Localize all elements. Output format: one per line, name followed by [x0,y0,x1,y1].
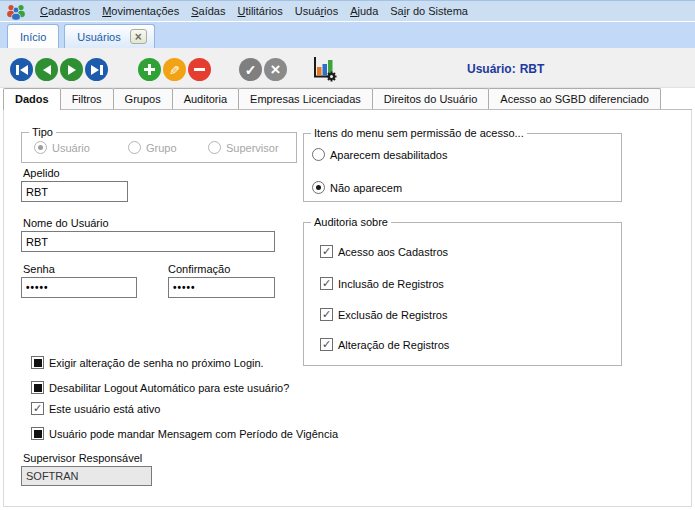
menu-permissao-group: Itens do menu sem permissão de acesso...… [303,133,622,202]
checkbox-icon [31,381,44,394]
checkbox-acesso-cadastros[interactable]: Acesso aos Cadastros [320,245,448,258]
checkbox-icon [31,356,44,369]
tipo-legend: Tipo [29,126,56,138]
radio-icon [312,181,325,194]
checkbox-icon [320,338,333,351]
menu-ajuda[interactable]: Ajuda [344,2,384,20]
confirmacao-label: Confirmação [168,263,230,275]
menu-cadastros[interactable]: Cadastros [34,2,96,20]
auditoria-legend: Auditoria sobre [311,216,391,228]
checkbox-mensagem-vigencia[interactable]: Usuário pode mandar Mensagem com Período… [31,427,338,440]
tab-dados[interactable]: Dados [3,88,61,110]
tab-usuarios[interactable]: Usuários × [64,24,154,48]
users-group-icon [6,3,26,20]
bar-chart-gear-icon [310,55,338,82]
previous-record-button[interactable] [35,58,58,81]
radio-tipo-grupo[interactable]: Grupo [128,141,177,154]
delete-record-button[interactable] [188,58,211,81]
checkbox-usuario-ativo[interactable]: Este usuário está ativo [31,402,160,415]
window-tab-strip: Início Usuários × [0,22,695,48]
current-user-label: Usuário:RBT [467,62,548,76]
tab-auditoria[interactable]: Auditoria [172,88,239,109]
close-tab-icon[interactable]: × [130,29,147,44]
first-record-button[interactable] [10,58,33,81]
checkbox-exclusao-registros[interactable]: Exclusão de Registros [320,308,447,321]
plus-icon [144,64,155,75]
radio-tipo-supervisor[interactable]: Supervisor [208,141,279,154]
tab-empresas-licenciadas[interactable]: Empresas Licenciadas [238,88,373,109]
radio-icon [34,141,47,154]
checkbox-icon [320,245,333,258]
apelido-input[interactable] [21,181,128,202]
last-record-icon [91,65,99,75]
current-user-value: RBT [520,62,545,76]
pencil-icon [169,61,180,79]
radio-icon [128,141,141,154]
senha-label: Senha [23,263,55,275]
checkbox-icon [320,277,333,290]
chart-settings-button[interactable] [310,55,338,82]
senha-input[interactable] [21,277,137,298]
menu-utilitarios[interactable]: Utilitários [231,2,288,20]
confirm-button[interactable] [239,58,262,81]
menu-saidas[interactable]: Saídas [185,2,231,20]
app-window: Cadastros Movimentações Saídas Utilitári… [0,0,695,510]
next-record-icon [68,65,76,75]
tab-acesso-sgbd[interactable]: Acesso ao SGBD diferenciado [488,88,661,109]
previous-record-icon [43,65,51,75]
tab-grupos[interactable]: Grupos [113,88,173,109]
nome-usuario-label: Nome do Usuário [23,217,109,229]
radio-icon [312,148,325,161]
menu-bar: Cadastros Movimentações Saídas Utilitári… [0,0,695,22]
minus-icon [194,68,205,71]
page-tab-strip: Dados Filtros Grupos Auditoria Empresas … [3,88,692,110]
first-record-icon [16,65,19,75]
cancel-button[interactable] [264,58,287,81]
radio-aparecem-desabilitados[interactable]: Aparecem desabilitados [312,148,447,161]
tipo-group: Tipo Usuário Grupo Supervisor [21,132,297,163]
add-record-button[interactable] [138,58,161,81]
checkbox-exigir-alteracao-senha[interactable]: Exigir alteração de senha no próximo Log… [31,356,264,369]
checkbox-icon [31,402,44,415]
check-icon [245,61,257,79]
x-icon [271,61,281,79]
menu-sair-do-sistema[interactable]: Sair do Sistema [384,2,474,20]
menu-permissao-legend: Itens do menu sem permissão de acesso... [311,127,527,139]
auditoria-group: Auditoria sobre Acesso aos Cadastros Inc… [303,222,622,366]
menu-usuarios[interactable]: Usuários [289,2,344,20]
checkbox-icon [320,308,333,321]
tab-inicio[interactable]: Início [7,24,59,48]
apelido-label: Apelido [23,167,60,179]
tab-filtros[interactable]: Filtros [60,88,114,109]
radio-icon [208,141,221,154]
checkbox-desabilitar-logout[interactable]: Desabilitar Logout Automático para este … [31,381,289,394]
checkbox-inclusao-registros[interactable]: Inclusão de Registros [320,277,444,290]
last-record-button[interactable] [85,58,108,81]
edit-record-button[interactable] [163,58,186,81]
toolbar: Usuário:RBT [0,48,695,88]
checkbox-icon [31,427,44,440]
next-record-button[interactable] [60,58,83,81]
menu-movimentacoes[interactable]: Movimentações [96,2,185,20]
radio-tipo-usuario[interactable]: Usuário [34,141,90,154]
tab-direitos-do-usuario[interactable]: Direitos do Usuário [372,88,490,109]
supervisor-label: Supervisor Responsável [23,452,142,464]
radio-nao-aparecem[interactable]: Não aparecem [312,181,402,194]
checkbox-alteracao-registros[interactable]: Alteração de Registros [320,338,449,351]
dados-page: Tipo Usuário Grupo Supervisor Apelido No… [3,110,692,507]
confirmacao-input[interactable] [168,277,275,298]
nome-usuario-input[interactable] [21,231,275,252]
supervisor-input [21,466,152,486]
